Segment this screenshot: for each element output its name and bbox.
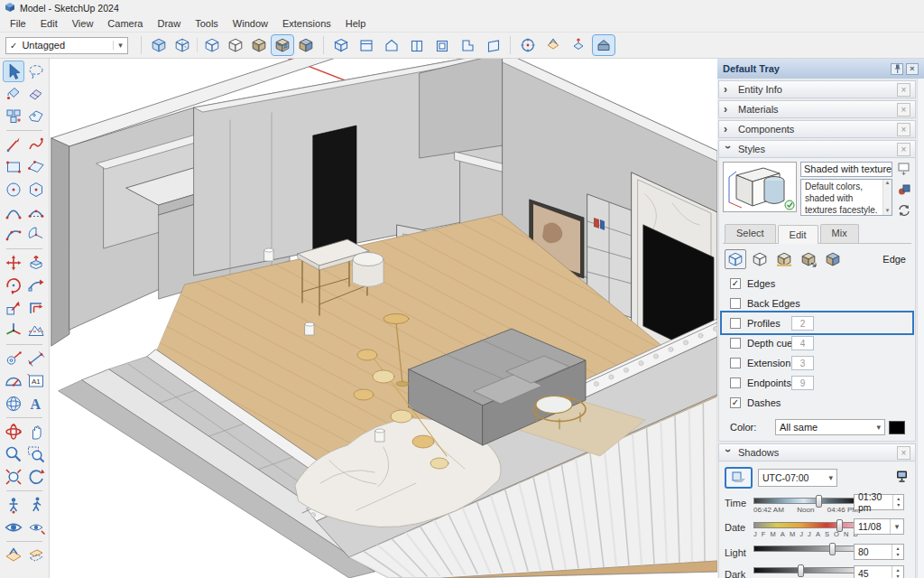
checkbox[interactable]: ✓ <box>730 397 741 408</box>
viewport[interactable] <box>50 59 717 578</box>
style-back-edges-button[interactable] <box>171 34 194 56</box>
dark-value-box[interactable]: 45 ▴▾ <box>854 565 904 578</box>
view-iso-button[interactable] <box>329 34 353 56</box>
light-slider[interactable] <box>753 542 858 564</box>
tool-text-button[interactable]: A1 <box>25 370 47 392</box>
tab-edit[interactable]: Edit <box>778 225 818 244</box>
view-top-button[interactable] <box>355 34 378 56</box>
tool-protractor-button[interactable] <box>3 370 24 392</box>
update-style-icon[interactable] <box>898 204 910 219</box>
tool-previous-view-button[interactable] <box>25 466 47 488</box>
menu-draw[interactable]: Draw <box>150 16 188 31</box>
tray-scrollbar[interactable] <box>917 79 924 578</box>
modeling-settings-button[interactable] <box>822 249 844 269</box>
style-hidden-line-button[interactable] <box>224 34 247 56</box>
display-section-planes-button[interactable] <box>541 34 565 56</box>
face-settings-button[interactable] <box>749 249 771 269</box>
edge-settings-button[interactable] <box>725 249 746 269</box>
tool-orbit-button[interactable] <box>3 421 24 443</box>
tool-tag-button[interactable] <box>25 106 47 127</box>
description-scrollbar[interactable]: ▲ ▼ <box>882 180 892 215</box>
spinner-icon[interactable]: ▴▾ <box>892 545 903 559</box>
tool-section-plane-button[interactable] <box>3 545 24 566</box>
shadow-dialog-icon[interactable] <box>896 471 910 485</box>
tool-freehand-button[interactable] <box>25 134 47 155</box>
style-wireframe-button[interactable] <box>200 34 224 56</box>
checkbox[interactable] <box>730 338 741 349</box>
close-icon[interactable]: × <box>897 103 910 117</box>
view-right-button[interactable] <box>405 34 429 56</box>
value-input[interactable]: 2 <box>791 316 814 331</box>
tool-rotate-button[interactable] <box>3 275 24 296</box>
menu-window[interactable]: Window <box>226 16 275 31</box>
tool-two-point-arc-button[interactable] <box>25 201 47 223</box>
tool-look-around-button[interactable] <box>3 517 24 538</box>
viewport-canvas[interactable] <box>50 59 717 578</box>
display-section-cuts-button[interactable] <box>567 34 590 56</box>
spinner-icon[interactable]: ▴▾ <box>892 566 903 578</box>
tab-mix[interactable]: Mix <box>820 224 859 243</box>
tool-walk-button[interactable] <box>25 494 47 516</box>
tool-position-camera-button[interactable] <box>3 494 24 516</box>
tray-header[interactable]: Default Tray × <box>717 59 924 79</box>
scroll-down-icon[interactable]: ▼ <box>885 208 891 215</box>
dark-slider-handle[interactable] <box>798 564 804 577</box>
tool-push-pull-button[interactable] <box>25 252 47 274</box>
close-icon[interactable]: × <box>897 123 910 136</box>
tool-follow-me-button[interactable] <box>25 275 47 296</box>
light-slider-handle[interactable] <box>829 543 836 555</box>
tag-selector[interactable]: ✓ Untagged ▾ <box>5 37 128 54</box>
menu-file[interactable]: File <box>3 16 33 31</box>
tool-zoom-window-button[interactable] <box>25 443 47 465</box>
view-two-point-button[interactable] <box>481 34 504 56</box>
tool-offset-button[interactable] <box>25 297 47 319</box>
tool-rotated-rectangle-button[interactable] <box>25 156 47 178</box>
time-value-box[interactable]: 01:30 pm ▴▾ <box>854 494 904 510</box>
menu-camera[interactable]: Camera <box>100 16 150 31</box>
dropdown-arrow-icon[interactable]: ▾ <box>113 41 127 50</box>
tool-make-component-button[interactable] <box>3 106 24 127</box>
menu-tools[interactable]: Tools <box>188 16 226 31</box>
checkbox[interactable] <box>730 298 741 309</box>
section-header-components[interactable]: › Components × <box>718 120 916 138</box>
view-left-button[interactable] <box>456 34 479 56</box>
style-name-input[interactable]: Shaded with textures <box>800 162 892 177</box>
edge-color-swatch[interactable] <box>889 421 905 434</box>
style-monochrome-button[interactable] <box>294 34 318 56</box>
tool-rectangle-button[interactable] <box>3 156 24 178</box>
date-slider[interactable]: JFMAMJJASOND <box>753 518 858 540</box>
tool-tape-measure-button[interactable] <box>3 348 24 369</box>
tool-axes-button[interactable] <box>3 320 24 341</box>
background-settings-button[interactable] <box>773 249 795 269</box>
value-input[interactable]: 9 <box>791 376 814 390</box>
tool-zoom-photo-button[interactable] <box>25 517 47 538</box>
time-slider[interactable]: 06:42 AM Noon 04:46 PM <box>753 494 858 516</box>
tool-polygon-button[interactable] <box>25 179 47 200</box>
tool-three-point-arc-button[interactable] <box>3 224 24 246</box>
scroll-up-icon[interactable]: ▲ <box>885 180 891 187</box>
tool-globe-button[interactable] <box>3 393 24 415</box>
spinner-icon[interactable]: ▴▾ <box>892 495 903 509</box>
checkbox[interactable] <box>730 358 741 368</box>
view-back-button[interactable] <box>430 34 454 56</box>
value-input[interactable]: 3 <box>791 356 814 370</box>
tool-pan-button[interactable] <box>25 421 47 443</box>
tool-move-button[interactable] <box>3 252 24 274</box>
dark-slider[interactable] <box>753 564 858 578</box>
tray-close-icon[interactable]: × <box>906 63 919 75</box>
tool-sandbox-button[interactable] <box>25 320 47 341</box>
tool-pie-button[interactable] <box>25 224 47 246</box>
close-icon[interactable]: × <box>897 143 910 156</box>
menu-extensions[interactable]: Extensions <box>275 16 338 31</box>
dropdown-arrow-icon[interactable]: ▾ <box>890 519 903 534</box>
checkbox[interactable] <box>730 378 741 388</box>
style-xray-button[interactable] <box>147 34 171 56</box>
section-header-entity-info[interactable]: › Entity Info × <box>718 80 916 98</box>
tray-pin-icon[interactable] <box>891 63 903 75</box>
view-front-button[interactable] <box>380 34 403 56</box>
display-section-fill-button[interactable] <box>592 34 615 56</box>
menu-view[interactable]: View <box>65 16 101 31</box>
section-header-styles[interactable]: › Styles × <box>718 140 916 158</box>
tool-section-display-button[interactable] <box>25 545 47 566</box>
tool-eraser-button[interactable] <box>25 83 47 105</box>
